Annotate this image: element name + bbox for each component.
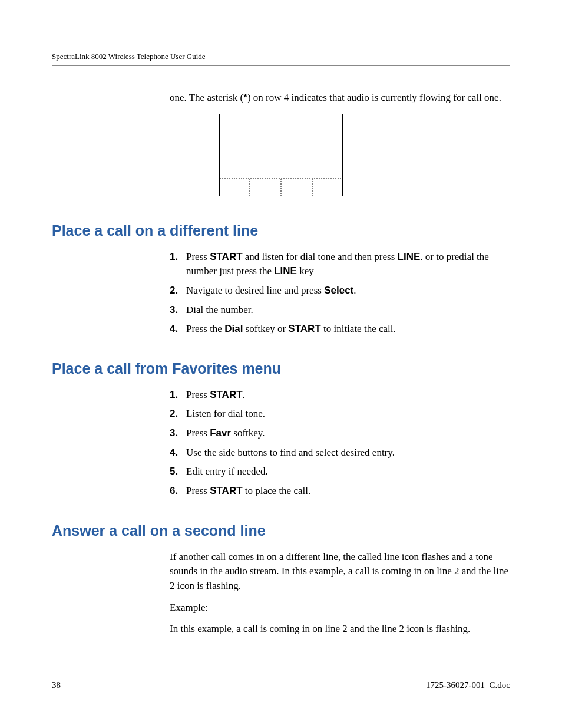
- step-text: Press the: [186, 323, 224, 334]
- key-label: LINE: [274, 265, 297, 276]
- step-text: Dial the number.: [186, 304, 253, 315]
- section-heading-second-line: Answer a call on a second line: [52, 522, 510, 539]
- display-box-icon: [219, 114, 343, 196]
- example-label: Example:: [170, 601, 510, 615]
- intro-text-after: ) on row 4 indicates that audio is curre…: [247, 92, 501, 103]
- step-text: .: [353, 285, 356, 296]
- key-label: START: [288, 323, 320, 334]
- key-label: LINE: [398, 251, 421, 262]
- key-label: START: [210, 485, 242, 496]
- step-text: and listen for dial tone and then press: [243, 251, 398, 262]
- list-item: Press START.: [170, 388, 510, 403]
- list-item: Listen for dial tone.: [170, 407, 510, 421]
- key-label: START: [210, 251, 242, 262]
- page-footer: 38 1725-36027-001_C.doc: [52, 680, 510, 690]
- running-header: SpectraLink 8002 Wireless Telephone User…: [52, 52, 510, 61]
- document-page: SpectraLink 8002 Wireless Telephone User…: [0, 0, 562, 728]
- step-text: Press: [186, 389, 210, 400]
- step-text: softkey.: [231, 427, 265, 439]
- section-heading-favorites: Place a call from Favorites menu: [52, 360, 510, 377]
- page-number: 38: [52, 680, 61, 690]
- header-rule: [52, 65, 510, 66]
- list-item: Press Favr softkey.: [170, 426, 510, 441]
- section3-paragraph1: If another call comes in on a different …: [170, 550, 510, 594]
- step-text: softkey or: [243, 323, 288, 334]
- step-text: key: [297, 265, 314, 276]
- step-text: Navigate to desired line and press: [186, 285, 324, 296]
- list-item: Press START to place the call.: [170, 484, 510, 499]
- step-text: to place the call.: [243, 485, 311, 496]
- screen-diagram: [52, 114, 510, 199]
- list-item: Navigate to desired line and press Selec…: [170, 284, 510, 298]
- section3-paragraph2: In this example, a call is coming in on …: [170, 622, 510, 637]
- list-item: Press START and listen for dial tone and…: [170, 250, 510, 279]
- step-text: Press: [186, 485, 210, 496]
- steps-list-favorites: Press START. Listen for dial tone. Press…: [170, 388, 510, 499]
- key-label: Dial: [224, 323, 243, 334]
- doc-reference: 1725-36027-001_C.doc: [426, 680, 510, 690]
- intro-text-before: one. The asterisk (: [170, 92, 243, 103]
- key-label: Select: [324, 285, 353, 296]
- step-text: .: [243, 389, 245, 400]
- list-item: Use the side buttons to find and select …: [170, 446, 510, 460]
- step-text: Use the side buttons to find and select …: [186, 447, 395, 458]
- list-item: Press the Dial softkey or START to initi…: [170, 322, 510, 337]
- steps-list-different-line: Press START and listen for dial tone and…: [170, 250, 510, 337]
- step-text: Listen for dial tone.: [186, 408, 265, 419]
- step-text: Press: [186, 427, 210, 439]
- section-heading-different-line: Place a call on a different line: [52, 222, 510, 239]
- step-text: Edit entry if needed.: [186, 466, 268, 477]
- step-text: Press: [186, 251, 210, 262]
- asterisk-glyph: *: [243, 92, 247, 103]
- list-item: Edit entry if needed.: [170, 465, 510, 479]
- list-item: Dial the number.: [170, 303, 510, 318]
- intro-fragment: one. The asterisk (*) on row 4 indicates…: [170, 91, 510, 106]
- step-text: to initiate the call.: [321, 323, 396, 334]
- key-label: Favr: [210, 427, 231, 439]
- key-label: START: [210, 389, 242, 400]
